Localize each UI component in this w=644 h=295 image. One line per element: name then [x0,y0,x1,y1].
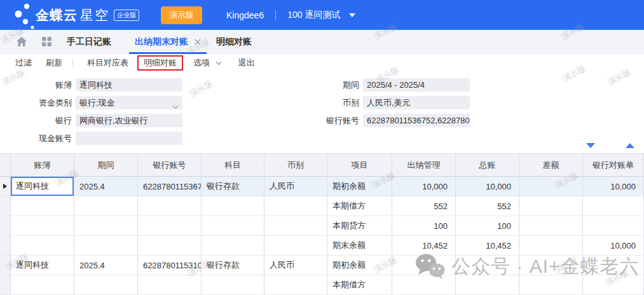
tab-detail-recon[interactable]: 明细对账 [216,30,252,54]
table-cell[interactable] [11,275,74,295]
table-cell[interactable] [519,196,583,216]
table-cell[interactable]: 10,452 [392,236,456,256]
column-header[interactable]: 银行账号 [138,154,202,177]
column-header[interactable]: 币别 [264,154,327,177]
column-header[interactable]: 差额 [519,154,583,177]
triangle-down-icon[interactable] [586,143,595,148]
table-cell[interactable]: 2025.4 [74,177,138,196]
username[interactable]: Kingdee6 [226,10,264,20]
table-cell[interactable]: 10,000 [583,177,644,196]
table-cell[interactable]: 人民币 [264,177,327,196]
table-cell[interactable]: 本期贷方 [327,216,392,236]
table-cell[interactable]: 2025.4 [74,256,138,275]
table-cell[interactable] [202,216,264,236]
table-cell[interactable]: 552 [392,196,456,216]
table-cell[interactable]: 逐同科技 [11,177,74,196]
table-cell[interactable] [74,196,138,216]
table-cell[interactable]: 期初余额 [327,256,392,275]
table-cell[interactable]: 10,000 [392,177,456,196]
triangle-up-icon[interactable] [626,143,634,148]
table-cell[interactable] [74,216,138,236]
table-cell[interactable]: 10,000 [456,177,519,196]
table-cell[interactable] [583,196,644,216]
tab-manual-journal[interactable]: 手工日记账 [67,30,111,54]
table-cell[interactable] [138,216,202,236]
row-indicator[interactable] [0,236,11,256]
row-indicator[interactable] [0,216,11,236]
table-cell[interactable] [519,256,583,275]
table-cell[interactable] [264,216,327,236]
table-cell[interactable]: 期末余额 [327,236,392,256]
table-cell[interactable] [456,275,519,295]
exit-button[interactable]: 退出 [235,55,259,71]
options-button[interactable]: 选项 [189,55,226,71]
column-header[interactable]: 账簿 [11,154,74,177]
table-cell[interactable]: 100 [392,216,456,236]
account-mapping-button[interactable]: 科目对应表 [83,55,132,71]
row-indicator[interactable] [0,177,11,196]
table-cell[interactable] [74,275,138,295]
column-header[interactable]: 期间 [74,154,138,177]
table-cell[interactable]: 逐同科技 [11,256,74,275]
table-cell[interactable]: 人民币 [264,256,327,275]
table-cell[interactable]: 10,452 [456,236,519,256]
table-cell[interactable]: 期初余额 [327,177,392,196]
chevron-down-icon[interactable] [172,100,179,109]
column-header[interactable]: 出纳管理 [392,154,456,177]
table-cell[interactable] [11,236,74,256]
table-cell[interactable]: 本期借方 [327,275,392,295]
table-cell[interactable] [392,275,456,295]
table-cell[interactable] [138,275,202,295]
currency-field[interactable]: 人民币,美元 [363,96,470,109]
row-indicator[interactable] [0,196,11,216]
row-indicator[interactable] [0,256,11,275]
table-cell[interactable] [138,236,202,256]
table-cell[interactable] [519,216,583,236]
organization-selector[interactable]: 100 逐同测试 [287,10,340,21]
table-cell[interactable]: 552 [456,196,519,216]
table-cell[interactable] [202,196,264,216]
table-cell[interactable] [456,256,519,275]
table-cell[interactable]: 银行存款 [202,256,264,275]
column-header[interactable]: 项目 [327,154,392,177]
table-cell[interactable] [138,196,202,216]
detail-recon-button[interactable]: 明细对账 [140,56,181,69]
tab-cashier-period-end-recon[interactable]: 出纳期末对账 [135,30,201,54]
table-cell[interactable] [11,196,74,216]
table-cell[interactable] [74,236,138,256]
bank-field[interactable]: 网商银行,农业银行 [76,114,182,127]
table-cell[interactable]: 本期借方 [327,196,392,216]
cash-account-field[interactable] [76,132,182,145]
table-cell[interactable] [519,236,583,256]
table-cell[interactable] [583,216,644,236]
table-cell[interactable] [583,256,644,275]
table-cell[interactable] [264,275,327,295]
table-cell[interactable] [202,236,264,256]
refresh-button[interactable]: 刷新 [42,55,66,71]
table-cell[interactable] [11,216,74,236]
table-cell[interactable]: 622878011536752 [138,177,202,196]
bank-account-field[interactable]: 622878011536752,62287801 [363,114,470,127]
book-field[interactable]: 逐同科技 [76,78,182,92]
period-field[interactable]: 2025/4 - 2025/4 [363,78,470,92]
apps-grid-icon[interactable] [42,37,51,46]
row-indicator[interactable] [0,275,11,295]
table-cell[interactable] [202,275,264,295]
caret-down-icon[interactable] [349,13,355,17]
column-header[interactable]: 银行对账单 [583,154,644,177]
table-cell[interactable] [583,275,644,295]
close-icon[interactable] [195,39,201,45]
table-cell[interactable] [264,236,327,256]
column-header[interactable]: 科目 [202,154,264,177]
table-cell[interactable]: 银行存款 [202,177,264,196]
fund-type-field[interactable]: 银行;现金 [76,96,182,109]
table-cell[interactable] [519,275,583,295]
table-cell[interactable]: 10,000 [583,236,644,256]
table-cell[interactable] [264,196,327,216]
table-cell[interactable] [392,256,456,275]
filter-button[interactable]: 过滤 [11,55,36,71]
table-cell[interactable] [519,177,583,196]
home-icon[interactable] [17,37,27,46]
table-cell[interactable]: 100 [456,216,519,236]
table-cell[interactable]: 62287801153100 [138,256,202,275]
